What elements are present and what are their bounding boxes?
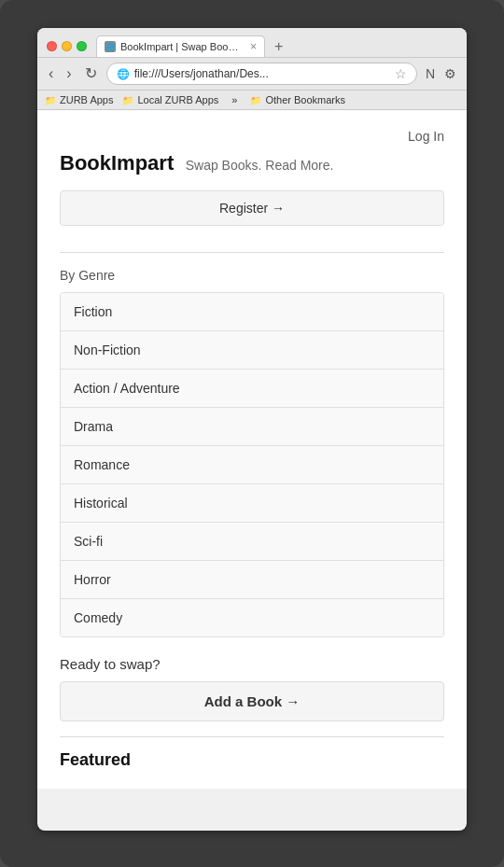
divider [60,252,444,253]
browser-window: 🌐 BookImpart | Swap Books. R... × + ‹ › … [37,28,467,831]
site-title: BookImpart [60,151,174,175]
add-book-button[interactable]: Add a Book → [60,681,444,721]
new-tab-button[interactable]: + [269,36,288,57]
bookmark-item-other[interactable]: 📁 Other Bookmarks [250,94,345,105]
page-content: Log In BookImpart Swap Books. Read More.… [37,110,467,789]
refresh-button[interactable]: ↻ [81,64,101,83]
nav-extra-icons: N ⚙ [423,64,459,83]
bookmark-folder-icon-2: 📁 [122,95,133,105]
traffic-lights [47,41,87,51]
address-icon: 🌐 [117,68,130,80]
close-traffic-light[interactable] [47,41,57,51]
register-button[interactable]: Register → [60,190,444,226]
bookmark-item-local-zurb[interactable]: 📁 Local ZURB Apps [122,94,218,105]
tab-label: BookImpart | Swap Books. R... [120,41,242,52]
bookmark-item-zurb[interactable]: 📁 ZURB Apps [45,94,113,105]
genre-item-historical[interactable]: Historical [61,484,443,523]
tab-close-button[interactable]: × [250,40,257,53]
genre-item-nonfiction[interactable]: Non-Fiction [61,331,443,370]
genre-item-horror[interactable]: Horror [61,561,443,599]
device-frame: 🌐 BookImpart | Swap Books. R... × + ‹ › … [0,0,504,867]
tab-bar: 🌐 BookImpart | Swap Books. R... × + [96,35,457,57]
browser-titlebar: 🌐 BookImpart | Swap Books. R... × + [37,28,467,58]
bookmark-star-icon[interactable]: ☆ [395,66,407,81]
genre-item-drama[interactable]: Drama [61,408,443,446]
browser-top-row: 🌐 BookImpart | Swap Books. R... × + [47,35,457,57]
forward-button[interactable]: › [63,64,75,83]
minimize-traffic-light[interactable] [62,41,72,51]
bookmark-folder-icon-3: 📁 [250,95,261,105]
cta-section: Ready to swap? Add a Book → [60,656,444,721]
login-link[interactable]: Log In [408,129,444,144]
bookmark-folder-icon: 📁 [45,95,56,105]
bookmarks-more-button[interactable]: » [228,94,241,105]
active-tab[interactable]: 🌐 BookImpart | Swap Books. R... × [96,35,265,57]
by-genre-section-title: By Genre [60,268,444,283]
site-header: Log In BookImpart Swap Books. Read More. [60,129,444,175]
browser-nav-row: ‹ › ↻ 🌐 file:///Users/jonathan/Des... ☆ … [37,58,467,91]
genre-list: Fiction Non-Fiction Action / Adventure D… [60,292,444,637]
extension-n-icon[interactable]: N [423,64,438,83]
featured-title: Featured [60,736,444,770]
address-bar[interactable]: 🌐 file:///Users/jonathan/Des... ☆ [106,63,417,85]
genre-item-scifi[interactable]: Sci-fi [61,523,443,561]
fullscreen-traffic-light[interactable] [77,41,87,51]
bookmarks-bar: 📁 ZURB Apps 📁 Local ZURB Apps » 📁 Other … [37,91,467,110]
top-nav: Log In [60,129,444,144]
genre-item-comedy[interactable]: Comedy [61,599,443,636]
tab-favicon: 🌐 [105,41,116,52]
genre-item-fiction[interactable]: Fiction [61,293,443,331]
bookmark-label-other: Other Bookmarks [265,94,345,105]
site-tagline: Swap Books. Read More. [186,158,334,173]
address-text: file:///Users/jonathan/Des... [134,67,269,80]
genre-item-action[interactable]: Action / Adventure [61,370,443,408]
cta-title: Ready to swap? [60,656,444,672]
bookmark-label-zurb: ZURB Apps [60,94,113,105]
genre-item-romance[interactable]: Romance [61,446,443,484]
bookmark-label-local-zurb: Local ZURB Apps [137,94,218,105]
settings-icon[interactable]: ⚙ [441,64,459,83]
back-button[interactable]: ‹ [45,64,57,83]
